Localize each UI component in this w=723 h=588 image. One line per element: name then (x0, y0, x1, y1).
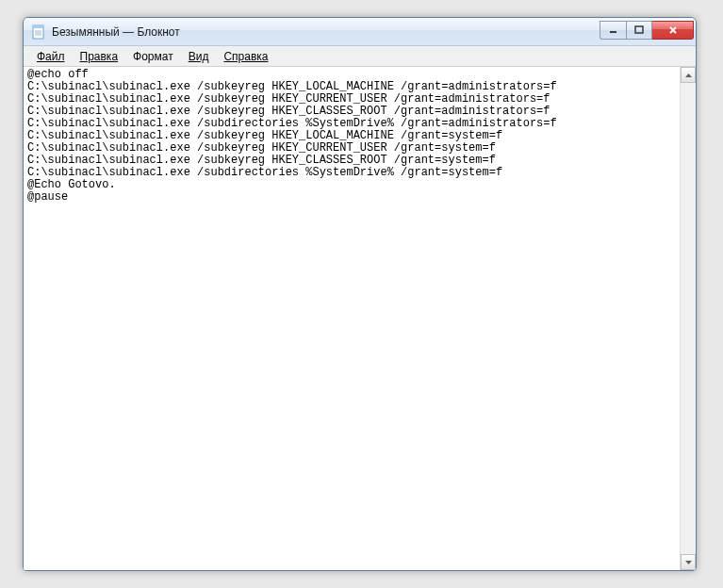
scroll-up-button[interactable] (681, 67, 696, 83)
close-icon (668, 25, 678, 35)
menu-format[interactable]: Формат (125, 48, 181, 65)
window-controls (600, 21, 694, 40)
scroll-track[interactable] (681, 83, 696, 554)
svg-rect-6 (635, 26, 643, 33)
titlebar[interactable]: Безымянный — Блокнот (24, 18, 696, 46)
scroll-down-button[interactable] (681, 554, 696, 570)
editor-area (24, 67, 696, 570)
chevron-up-icon (685, 74, 692, 77)
vertical-scrollbar[interactable] (680, 67, 696, 570)
menu-view[interactable]: Вид (181, 48, 217, 65)
notepad-icon (31, 24, 46, 40)
svg-rect-1 (33, 25, 43, 28)
minimize-button[interactable] (600, 21, 626, 40)
minimize-icon (609, 25, 618, 35)
maximize-button[interactable] (626, 21, 652, 40)
maximize-icon (634, 25, 644, 35)
window-title: Безымянный — Блокнот (52, 25, 600, 39)
text-editor[interactable] (24, 67, 680, 570)
menubar: Файл Правка Формат Вид Справка (24, 46, 696, 67)
menu-file[interactable]: Файл (29, 48, 73, 65)
svg-rect-5 (610, 31, 616, 33)
close-button[interactable] (652, 21, 694, 40)
menu-help[interactable]: Справка (216, 48, 275, 65)
chevron-down-icon (685, 561, 692, 564)
notepad-window: Безымянный — Блокнот Файл Правка Формат … (23, 17, 697, 571)
menu-edit[interactable]: Правка (73, 48, 126, 65)
